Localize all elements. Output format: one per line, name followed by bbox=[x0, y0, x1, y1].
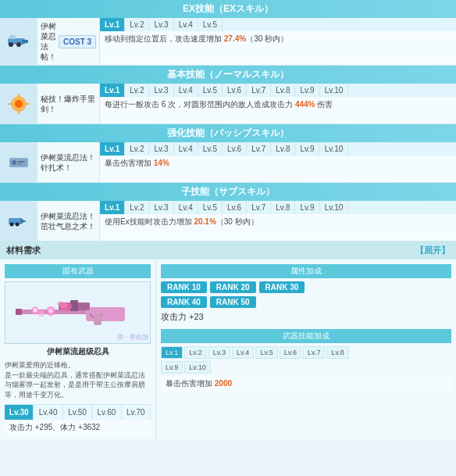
normal-skill-section: 基本技能（ノーマルスキル） 秘技！爆炸手里剑！ Lv.1 Lv.2 Lv.3 L… bbox=[0, 66, 456, 124]
rank30-btn[interactable]: RANK 30 bbox=[259, 281, 305, 293]
upgrade-lv50[interactable]: Lv.50 bbox=[63, 405, 92, 420]
normal-lv9[interactable]: Lv.9 bbox=[295, 84, 319, 97]
ex-skill-row: 伊树菜忍法帖！ COST 3 Lv.1 Lv.2 Lv.3 Lv.4 Lv.5 … bbox=[0, 18, 456, 66]
sub-skill-section: 子技能（サブスキル） 伊树菜流忍法！茁壮气息之术！ Lv.1 Lv.2 Lv.3… bbox=[0, 183, 456, 242]
ex-lv5-tab[interactable]: Lv.5 bbox=[198, 18, 223, 31]
passive-lv5[interactable]: Lv.5 bbox=[198, 142, 223, 156]
weapon-name: 伊树菜流超级忍具 bbox=[5, 346, 151, 357]
passive-lv2[interactable]: Lv.2 bbox=[125, 142, 149, 156]
upgrade-lv40[interactable]: Lv.40 bbox=[34, 405, 62, 420]
weapon-image-area: 萌・带你游 bbox=[5, 281, 151, 344]
normal-lv2[interactable]: Lv.2 bbox=[125, 84, 149, 97]
ex-lv3-tab[interactable]: Lv.3 bbox=[149, 18, 173, 31]
sb-lv9[interactable]: Lv.9 bbox=[161, 361, 183, 374]
svg-rect-14 bbox=[17, 163, 23, 165]
upgrade-lv60[interactable]: Lv.60 bbox=[92, 405, 121, 420]
passive-lv10[interactable]: Lv.10 bbox=[320, 142, 349, 156]
sub-lv1[interactable]: Lv.1 bbox=[100, 201, 125, 214]
svg-point-17 bbox=[10, 222, 14, 226]
weapon-desc: 伊树菜爱用的近锋枪。 是一款最尖端的忍具，通常搭配伊树菜流忍法与烟雾弹一起发射，… bbox=[5, 360, 151, 399]
ex-lv4-tab[interactable]: Lv.4 bbox=[174, 18, 198, 31]
sb-lv5[interactable]: Lv.5 bbox=[255, 346, 277, 359]
passive-lv4[interactable]: Lv.4 bbox=[174, 142, 198, 156]
sb-lv3[interactable]: Lv.3 bbox=[208, 346, 230, 359]
normal-lv10[interactable]: Lv.10 bbox=[320, 84, 349, 97]
normal-lv7[interactable]: Lv.7 bbox=[247, 84, 271, 97]
svg-point-12 bbox=[12, 160, 16, 165]
normal-skill-icon bbox=[0, 84, 37, 123]
normal-lv4[interactable]: Lv.4 bbox=[174, 84, 198, 97]
sb-lv7[interactable]: Lv.7 bbox=[303, 346, 325, 359]
skill-bonus-levels: Lv.1 Lv.2 Lv.3 Lv.4 Lv.5 Lv.6 Lv.7 Lv.8 bbox=[161, 346, 451, 359]
normal-skill-row: 秘技！爆炸手里剑！ Lv.1 Lv.2 Lv.3 Lv.4 Lv.5 Lv.6 … bbox=[0, 84, 456, 124]
sub-lv2[interactable]: Lv.2 bbox=[125, 201, 149, 214]
sub-lv8[interactable]: Lv.8 bbox=[271, 201, 295, 214]
sub-lv5[interactable]: Lv.5 bbox=[198, 201, 223, 214]
svg-point-3 bbox=[16, 42, 21, 47]
ex-skill-header: EX技能（EXスキル） bbox=[0, 0, 456, 18]
ex-skill-levels: Lv.1 Lv.2 Lv.3 Lv.4 Lv.5 移动到指定位置后，攻击速度增加… bbox=[100, 18, 456, 65]
rank40-btn[interactable]: RANK 40 bbox=[161, 296, 207, 308]
passive-lv9[interactable]: Lv.9 bbox=[295, 142, 319, 156]
svg-point-26 bbox=[38, 310, 45, 317]
passive-lv1[interactable]: Lv.1 bbox=[100, 142, 125, 156]
sub-lv10[interactable]: Lv.10 bbox=[320, 201, 349, 214]
sb-lv6[interactable]: Lv.6 bbox=[280, 346, 301, 359]
normal-skill-header: 基本技能（ノーマルスキル） bbox=[0, 66, 456, 84]
passive-lv8[interactable]: Lv.8 bbox=[271, 142, 295, 156]
passive-skill-icon bbox=[0, 142, 37, 182]
svg-rect-23 bbox=[94, 314, 102, 325]
passive-skill-header: 强化技能（パッシブスキル） bbox=[0, 124, 456, 142]
svg-rect-4 bbox=[9, 35, 16, 39]
normal-lv6[interactable]: Lv.6 bbox=[223, 84, 247, 97]
rank10-btn[interactable]: RANK 10 bbox=[161, 281, 207, 293]
sub-lv7[interactable]: Lv.7 bbox=[247, 201, 271, 214]
sb-lv4[interactable]: Lv.4 bbox=[232, 346, 254, 359]
sb-lv10[interactable]: Lv.10 bbox=[184, 361, 210, 374]
sub-lv9[interactable]: Lv.9 bbox=[295, 201, 319, 214]
materials-section: 材料需求 【屈开】 固有武器 bbox=[0, 242, 456, 440]
rank50-btn[interactable]: RANK 50 bbox=[210, 296, 256, 308]
attribute-section: 属性加成 RANK 10 RANK 20 RANK 30 RANK 40 RAN… bbox=[156, 259, 456, 440]
skill-bonus-block: 武器技能加成 Lv.1 Lv.2 Lv.3 Lv.4 Lv.5 Lv.6 Lv.… bbox=[161, 329, 451, 392]
sb-lv1[interactable]: Lv.1 bbox=[161, 346, 183, 359]
upgrade-lv70[interactable]: Lv.70 bbox=[122, 405, 151, 420]
svg-rect-20 bbox=[86, 307, 125, 321]
sb-lv8[interactable]: Lv.8 bbox=[326, 346, 348, 359]
sub-lv3[interactable]: Lv.3 bbox=[149, 201, 173, 214]
normal-lv5[interactable]: Lv.5 bbox=[198, 84, 223, 97]
ex-lv1-tab[interactable]: Lv.1 bbox=[100, 18, 125, 31]
passive-lv7[interactable]: Lv.7 bbox=[247, 142, 271, 156]
svg-point-2 bbox=[9, 42, 13, 47]
sub-lv4[interactable]: Lv.4 bbox=[174, 201, 198, 214]
upgrade-desc: 攻击力 +295、体力 +3632 bbox=[5, 420, 151, 435]
ex-lv2-tab[interactable]: Lv.2 bbox=[125, 18, 149, 31]
upgrade-lv30[interactable]: Lv.30 bbox=[5, 405, 34, 420]
toggle-btn[interactable]: 【屈开】 bbox=[415, 245, 450, 256]
passive-skill-name: 伊树菜流忍法！针扎术！ bbox=[37, 142, 100, 182]
svg-marker-16 bbox=[20, 219, 27, 224]
passive-skill-levels: Lv.1 Lv.2 Lv.3 Lv.4 Lv.5 Lv.6 Lv.7 Lv.8 … bbox=[100, 142, 456, 182]
sub-lv6[interactable]: Lv.6 bbox=[223, 201, 247, 214]
ex-skill-section: EX技能（EXスキル） 伊树菜忍法帖！ COST 3 Lv.1 Lv.2 Lv.… bbox=[0, 0, 456, 66]
rank-grid-2: RANK 40 RANK 50 bbox=[161, 296, 451, 308]
normal-lv1[interactable]: Lv.1 bbox=[100, 84, 125, 97]
sb-lv2[interactable]: Lv.2 bbox=[184, 346, 206, 359]
sub-skill-desc: 使用Ex技能时攻击力增加 20.1%（30 秒内） bbox=[100, 214, 456, 241]
rank20-btn[interactable]: RANK 20 bbox=[210, 281, 256, 293]
normal-lv8[interactable]: Lv.8 bbox=[271, 84, 295, 97]
sub-skill-name: 伊树菜流忍法！茁壮气息之术！ bbox=[37, 201, 100, 241]
svg-rect-29 bbox=[16, 309, 22, 315]
watermark: 萌・带你游 bbox=[117, 333, 148, 342]
normal-level-tabs: Lv.1 Lv.2 Lv.3 Lv.4 Lv.5 Lv.6 Lv.7 Lv.8 … bbox=[100, 84, 456, 97]
passive-skill-row: 伊树菜流忍法！针扎术！ Lv.1 Lv.2 Lv.3 Lv.4 Lv.5 Lv.… bbox=[0, 142, 456, 183]
svg-point-18 bbox=[16, 222, 20, 226]
passive-lv6[interactable]: Lv.6 bbox=[223, 142, 247, 156]
sub-skill-icon bbox=[0, 201, 37, 241]
attr-bonus: 攻击力 +23 bbox=[161, 311, 451, 323]
svg-rect-1 bbox=[22, 40, 28, 43]
passive-lv3[interactable]: Lv.3 bbox=[149, 142, 173, 156]
normal-lv3[interactable]: Lv.3 bbox=[149, 84, 173, 97]
skill-bonus-header: 武器技能加成 bbox=[161, 329, 451, 343]
normal-skill-levels: Lv.1 Lv.2 Lv.3 Lv.4 Lv.5 Lv.6 Lv.7 Lv.8 … bbox=[100, 84, 456, 123]
